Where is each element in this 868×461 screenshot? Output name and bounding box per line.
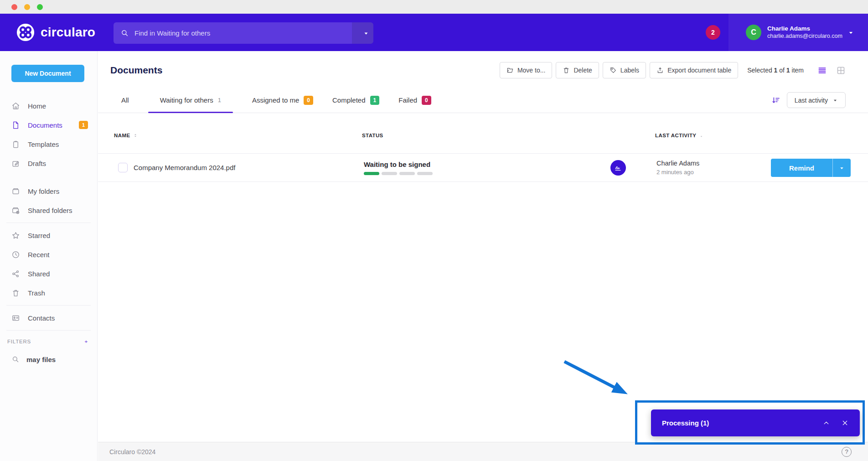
sidebar-item-shared-folders[interactable]: Shared folders xyxy=(0,201,97,220)
user-menu[interactable]: C Charlie Adams charlie.adams@circularo.… xyxy=(728,14,868,51)
column-header-name[interactable]: NAME xyxy=(114,133,138,138)
window-minimize-button[interactable] xyxy=(24,4,30,10)
drafts-icon xyxy=(11,159,20,168)
folder-icon xyxy=(11,187,20,196)
column-header-status[interactable]: STATUS xyxy=(362,133,383,138)
avatar: C xyxy=(746,25,761,40)
copyright-text: Circularo ©2024 xyxy=(109,448,155,456)
row-checkbox[interactable] xyxy=(118,163,128,172)
sort-caret-icon xyxy=(699,133,704,138)
sidebar-item-trash[interactable]: Trash xyxy=(0,283,97,302)
progress-bar xyxy=(364,172,433,175)
progress-segment xyxy=(364,172,379,175)
folder-open-icon xyxy=(506,67,514,74)
window-close-button[interactable] xyxy=(11,4,17,10)
sidebar-item-label: Trash xyxy=(28,289,45,297)
star-icon xyxy=(11,231,20,240)
sidebar-item-label: Templates xyxy=(28,140,59,148)
sidebar-item-shared[interactable]: Shared xyxy=(0,264,97,283)
page-header: Documents Move to... Delete Labels Expor… xyxy=(98,57,868,83)
remind-label[interactable]: Remind xyxy=(771,159,832,177)
tab-waiting-for-others[interactable]: Waiting for others 1 xyxy=(148,88,233,113)
tag-icon xyxy=(610,67,617,74)
sidebar-item-my-folders[interactable]: My folders xyxy=(0,181,97,201)
tab-label: All xyxy=(121,96,129,104)
sort-by-label: Last activity xyxy=(795,97,828,104)
filters-label: FILTERS xyxy=(7,339,31,344)
progress-segment xyxy=(417,172,433,175)
last-activity-user: Charlie Adams xyxy=(656,159,699,168)
processing-toast[interactable]: Processing (1) xyxy=(651,409,860,436)
sidebar-item-label: Recent xyxy=(28,251,50,259)
delete-button[interactable]: Delete xyxy=(556,62,599,78)
remind-split-button[interactable]: Remind xyxy=(771,159,851,177)
document-row[interactable]: Company Memorandum 2024.pdf Waiting to b… xyxy=(98,153,868,182)
help-button[interactable]: ? xyxy=(842,447,852,457)
close-toast-button[interactable] xyxy=(841,419,849,427)
footer: Circularo ©2024 ? xyxy=(98,442,868,461)
brand-name: circularo xyxy=(41,25,95,40)
sidebar-item-drafts[interactable]: Drafts xyxy=(0,154,97,173)
sidebar-item-label: Shared folders xyxy=(28,207,72,214)
signer-avatar xyxy=(610,160,626,176)
chevron-up-icon xyxy=(822,419,830,427)
move-to-label: Move to... xyxy=(517,67,545,74)
tab-failed[interactable]: Failed 0 xyxy=(398,88,431,113)
labels-label: Labels xyxy=(620,67,639,74)
tab-badge: 1 xyxy=(370,96,380,105)
sidebar-item-label: Shared xyxy=(28,270,50,278)
progress-segment xyxy=(382,172,397,175)
remind-dropdown-toggle[interactable] xyxy=(832,159,851,177)
move-to-button[interactable]: Move to... xyxy=(500,62,552,78)
close-icon xyxy=(841,419,849,427)
toast-title: Processing (1) xyxy=(662,419,709,427)
last-activity-time: 2 minutes ago xyxy=(656,168,699,176)
brand-logo[interactable]: circularo xyxy=(16,14,95,51)
sort-descending-icon[interactable] xyxy=(771,96,780,105)
sidebar-item-documents[interactable]: Documents 1 xyxy=(0,115,97,135)
share-icon xyxy=(11,269,20,278)
home-icon xyxy=(11,102,20,110)
tab-assigned-to-me[interactable]: Assigned to me 0 xyxy=(252,88,313,113)
filter-label: may files xyxy=(26,356,56,363)
sidebar-nav: Home Documents 1 Templates Drafts My fol… xyxy=(0,96,97,369)
search-icon xyxy=(120,29,129,37)
caret-down-icon xyxy=(839,165,845,171)
labels-button[interactable]: Labels xyxy=(603,62,646,78)
sidebar-item-recent[interactable]: Recent xyxy=(0,245,97,264)
app-header: circularo 2 C Charlie Adams charlie.adam… xyxy=(0,14,868,51)
caret-down-icon xyxy=(832,98,838,103)
sidebar-item-starred[interactable]: Starred xyxy=(0,226,97,245)
shared-folder-icon xyxy=(11,206,20,215)
new-document-button[interactable]: New Document xyxy=(11,65,84,82)
document-name[interactable]: Company Memorandum 2024.pdf xyxy=(134,164,235,171)
sidebar: New Document Home Documents 1 Templates … xyxy=(0,51,98,461)
sidebar-item-templates[interactable]: Templates xyxy=(0,135,97,154)
collapse-toast-button[interactable] xyxy=(822,419,830,427)
user-name: Charlie Adams xyxy=(767,25,842,33)
search-scope-dropdown[interactable] xyxy=(352,22,373,44)
sidebar-divider xyxy=(6,223,91,223)
window-titlebar xyxy=(0,0,868,14)
sort-by-dropdown[interactable]: Last activity xyxy=(787,92,846,108)
grid-view-icon[interactable] xyxy=(836,66,846,75)
user-info: Charlie Adams charlie.adams@circularo.co… xyxy=(767,25,842,40)
sort-controls: Last activity xyxy=(771,92,846,108)
view-toggle xyxy=(817,66,846,75)
tab-all[interactable]: All xyxy=(121,88,129,113)
search-icon xyxy=(11,355,20,363)
notification-badge[interactable]: 2 xyxy=(706,25,720,40)
column-header-last-activity[interactable]: LAST ACTIVITY xyxy=(655,133,704,138)
window-maximize-button[interactable] xyxy=(37,4,43,10)
export-document-table-button[interactable]: Export document table xyxy=(650,62,738,78)
search-input[interactable] xyxy=(129,22,352,44)
list-view-icon[interactable] xyxy=(817,66,827,75)
tab-completed[interactable]: Completed 1 xyxy=(332,88,379,113)
sidebar-divider xyxy=(6,305,91,306)
tab-label: Completed xyxy=(332,96,366,104)
add-filter-button[interactable]: + xyxy=(84,339,88,344)
saved-filter-may-files[interactable]: may files xyxy=(0,350,97,369)
sidebar-item-contacts[interactable]: Contacts xyxy=(0,308,97,327)
export-icon xyxy=(656,67,664,74)
sidebar-item-home[interactable]: Home xyxy=(0,96,97,115)
